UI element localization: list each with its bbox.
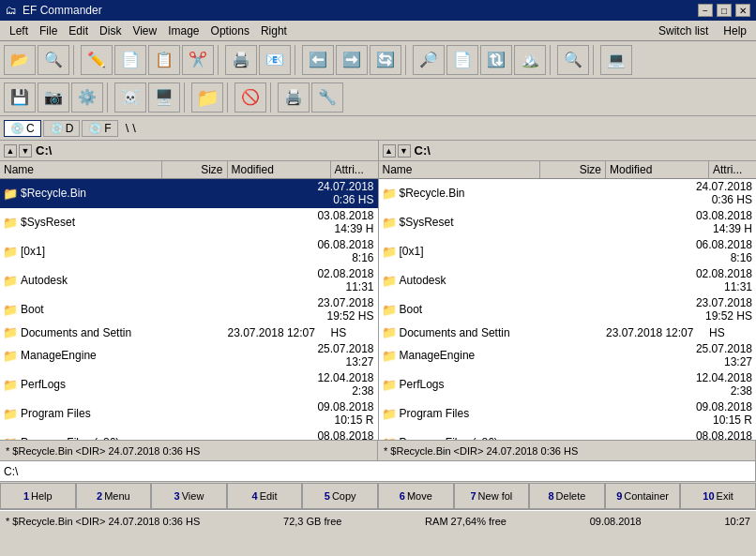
left-col-modified[interactable]: Modified (228, 161, 331, 178)
left-down-button[interactable]: ▼ (19, 144, 32, 158)
settings-button[interactable]: ⚙️ (71, 83, 103, 113)
drive-f-button[interactable]: 💿 F (82, 120, 117, 137)
menu-right[interactable]: Right (255, 23, 293, 39)
folder-icon: 📁 (2, 349, 19, 363)
toolbar-sep6 (593, 45, 597, 75)
left-col-name[interactable]: Name (0, 161, 162, 178)
right-col-modified[interactable]: Modified (606, 161, 709, 178)
file-attrib: HS (358, 193, 374, 206)
help-menu-button[interactable]: Help (718, 23, 752, 39)
list-item[interactable]: 📁 Program Files 09.08.2018 10:15 R (0, 399, 378, 428)
print-button[interactable]: 🖨️ (225, 45, 257, 75)
folder-icon: 📁 (2, 436, 19, 441)
filename: $Recycle.Bin (19, 187, 312, 200)
open-button[interactable]: 📂 (4, 45, 36, 75)
refresh-button[interactable]: 🔄 (370, 45, 401, 75)
fn6-button[interactable]: 6Move (378, 483, 454, 509)
terminal-button[interactable]: 💻 (600, 45, 632, 75)
right-down-button[interactable]: ▼ (398, 144, 411, 158)
maximize-button[interactable]: □ (717, 4, 732, 17)
fn3-button[interactable]: 3View (151, 483, 227, 509)
wrench-button[interactable]: 🔧 (311, 83, 343, 113)
back-button[interactable]: ⬅️ (302, 45, 334, 75)
folder-icon: 📁 (2, 274, 19, 288)
toolbar-sep5 (550, 45, 553, 75)
fn5-button[interactable]: 5Copy (302, 483, 378, 509)
mountain-button[interactable]: 🏔️ (514, 45, 546, 75)
fn2-button[interactable]: 2Menu (76, 483, 152, 509)
list-item[interactable]: 📁 Autodesk 02.08.2018 11:31 (0, 266, 378, 295)
block-button[interactable]: 🚫 (234, 83, 266, 113)
mail-button[interactable]: 📧 (259, 45, 291, 75)
fn4-button[interactable]: 4Edit (227, 483, 303, 509)
list-item[interactable]: 📁 Documents and Settin 23.07.2018 12:07 … (379, 324, 757, 341)
fn1-button[interactable]: 1Help (0, 483, 76, 509)
status-file-info: * $Recycle.Bin <DIR> 24.07.2018 0:36 HS (6, 516, 200, 527)
list-item[interactable]: 📁 $Recycle.Bin 24.07.2018 0:36 HS (379, 179, 757, 208)
right-panel-list[interactable]: 📁 $Recycle.Bin 24.07.2018 0:36 HS 📁 $Sys… (379, 179, 757, 440)
new-file-button[interactable]: 📄 (114, 45, 146, 75)
menu-disk[interactable]: Disk (94, 23, 127, 39)
fn9-button[interactable]: 9Container (605, 483, 681, 509)
list-item[interactable]: 📁 $SysReset 03.08.2018 14:39 H (379, 208, 757, 237)
switch-list-button[interactable]: Switch list (653, 23, 714, 39)
folder2-button[interactable]: 📁 (191, 83, 223, 113)
skull-button[interactable]: ☠️ (114, 83, 146, 113)
list-item[interactable]: 📁 ManageEngine 25.07.2018 13:27 (379, 341, 757, 370)
list-item[interactable]: 📁 PerfLogs 12.04.2018 2:38 (379, 370, 757, 399)
printer2-button[interactable]: 🖨️ (278, 83, 310, 113)
menu-options[interactable]: Options (205, 23, 255, 39)
right-up-button[interactable]: ▲ (383, 144, 396, 158)
cut-button[interactable]: ✂️ (182, 45, 214, 75)
edit-button[interactable]: ✏️ (81, 45, 113, 75)
save-button[interactable]: 💾 (4, 83, 36, 113)
fn7-button[interactable]: 7New fol (454, 483, 530, 509)
menu-file[interactable]: File (34, 23, 63, 39)
list-item[interactable]: 📁 Program Files 09.08.2018 10:15 R (379, 399, 757, 428)
list-item[interactable]: 📁 Program Files (x86) 08.08.2018 15:25 R (0, 428, 378, 440)
doc-button[interactable]: 📄 (446, 45, 478, 75)
right-path-label: C:\ (415, 143, 431, 158)
sync-button[interactable]: 🔃 (480, 45, 512, 75)
list-item[interactable]: 📁 Program Files (x86) 08.08.2018 15:25 R (379, 428, 757, 440)
find-button[interactable]: 🔍 (38, 45, 69, 75)
copy-button[interactable]: 📋 (148, 45, 180, 75)
list-item[interactable]: 📁 Boot 23.07.2018 19:52 HS (0, 295, 378, 324)
right-col-attrib[interactable]: Attri... (709, 161, 756, 178)
list-item[interactable]: 📁 Autodesk 02.08.2018 11:31 (379, 266, 757, 295)
list-item[interactable]: 📁 $SysReset 03.08.2018 14:39 H (0, 208, 378, 237)
close-button[interactable]: ✕ (735, 4, 750, 17)
menu-edit[interactable]: Edit (63, 23, 94, 39)
menu-image[interactable]: Image (162, 23, 204, 39)
right-col-size[interactable]: Size (540, 161, 606, 178)
fn10-button[interactable]: 10Exit (680, 483, 756, 509)
file-attrib: HS (736, 193, 752, 206)
drive-c-button[interactable]: 💿 C (4, 120, 41, 137)
left-col-attrib[interactable]: Attri... (331, 161, 378, 178)
monitor-button[interactable]: 🖥️ (148, 83, 180, 113)
list-item[interactable]: 📁 [0x1] 06.08.2018 8:16 (0, 237, 378, 266)
right-col-name[interactable]: Name (379, 161, 541, 178)
menu-view[interactable]: View (127, 23, 162, 39)
list-item[interactable]: 📁 [0x1] 06.08.2018 8:16 (379, 237, 757, 266)
minimize-button[interactable]: − (698, 4, 713, 17)
list-item[interactable]: 📁 Documents and Settin 23.07.2018 12:07 … (0, 324, 378, 341)
list-item[interactable]: 📁 Boot 23.07.2018 19:52 HS (379, 295, 757, 324)
file-attrib: R (744, 413, 752, 427)
drive-d-button[interactable]: 💿 D (43, 120, 81, 137)
zoom-button[interactable]: 🔍 (557, 45, 589, 75)
menu-left[interactable]: Left (4, 23, 34, 39)
left-col-size[interactable]: Size (162, 161, 228, 178)
search-button[interactable]: 🔎 (413, 45, 445, 75)
file-attrib: HS (736, 309, 752, 323)
camera-button[interactable]: 📷 (38, 83, 69, 113)
fn8-button[interactable]: 8Delete (529, 483, 605, 509)
left-path-input[interactable] (0, 461, 756, 481)
forward-button[interactable]: ➡️ (336, 45, 368, 75)
filesize: 09.08.2018 10:15 R (690, 400, 756, 427)
list-item[interactable]: 📁 PerfLogs 12.04.2018 2:38 (0, 370, 378, 399)
left-panel-list[interactable]: 📁 $Recycle.Bin 24.07.2018 0:36 HS 📁 $Sys… (0, 179, 378, 440)
list-item[interactable]: 📁 ManageEngine 25.07.2018 13:27 (0, 341, 378, 370)
list-item[interactable]: 📁 $Recycle.Bin 24.07.2018 0:36 HS (0, 179, 378, 208)
left-up-button[interactable]: ▲ (4, 144, 17, 158)
